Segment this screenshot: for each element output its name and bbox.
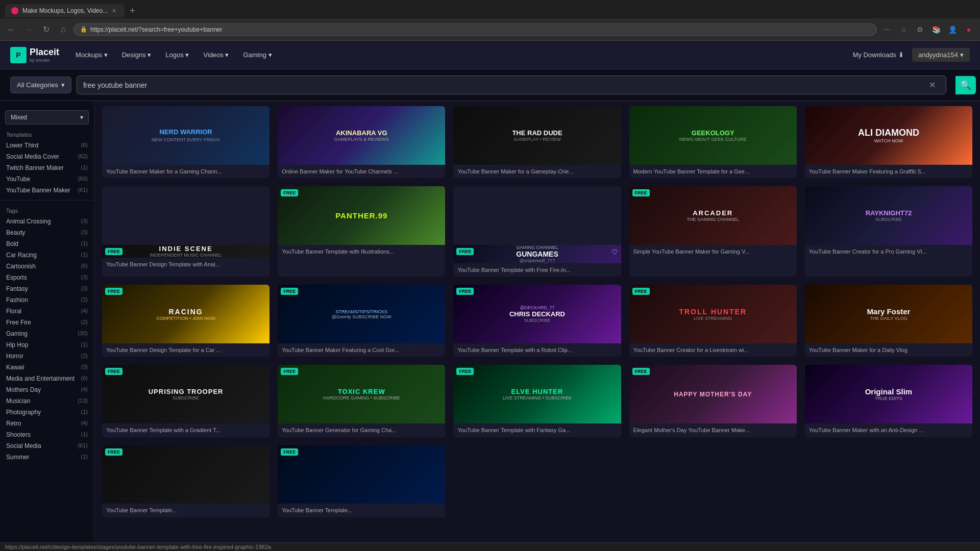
card-9[interactable]: FREE ARCADER THE GAMING CHANNEL Simple Y… — [629, 186, 797, 277]
sort-select[interactable]: Mixed ▾ — [5, 110, 89, 124]
bookmark-button[interactable]: 📚 — [929, 22, 943, 37]
card-18[interactable]: FREE ELVE HUNTER LIVE STREAMING • SUBSCR… — [453, 365, 621, 437]
card-7[interactable]: FREE PANTHER.99 YouTube Banner Template … — [278, 186, 445, 277]
sidebar-item-summer[interactable]: Summer(1) — [0, 452, 94, 463]
card-12-title: YouTube Banner Maker Featuring a Cool Go… — [278, 343, 445, 357]
card-4[interactable]: GEEKOLOGY NEWS ABOUT GEEK CULTURE Modern… — [629, 106, 797, 178]
card-15[interactable]: Mary Foster THE DAILY VLOG YouTube Banne… — [805, 285, 972, 357]
sidebar-item-youtube[interactable]: YouTube(60) — [0, 173, 94, 185]
sidebar-item-youtube-banner-maker[interactable]: YouTube Banner Maker(61) — [0, 185, 94, 196]
card-8[interactable]: FREE ♡ GAMING CHANNEL GUNGAMES @sniperwo… — [453, 186, 621, 277]
address-bar[interactable]: 🔒 https://placeit.net/?search=free+youtu… — [74, 23, 877, 36]
home-button[interactable]: ⌂ — [56, 22, 70, 37]
favorites-button[interactable]: ☆ — [896, 22, 911, 37]
extensions-button[interactable]: ⋯ — [880, 22, 894, 37]
sidebar-item-gaming[interactable]: Gaming(30) — [0, 328, 94, 339]
card-9-image: FREE ARCADER THE GAMING CHANNEL — [629, 186, 797, 245]
sidebar-item-retro[interactable]: Retro(4) — [0, 418, 94, 429]
sidebar-item-media-entertainment[interactable]: Media and Entertainment(6) — [0, 373, 94, 384]
card-5-title: YouTube Banner Maker Featuring a Graffit… — [805, 165, 972, 178]
sidebar-item-beauty[interactable]: Beauty(3) — [0, 227, 94, 238]
card-2[interactable]: AKINABARA VG GAMEPLAYS & REVIEWS Online … — [278, 106, 445, 178]
sidebar-item-animal-crossing[interactable]: Animal Crossing(3) — [0, 216, 94, 227]
card-6[interactable]: FREE INDIE SCENE INDEPENDENT MUSIC CHANN… — [102, 186, 270, 277]
lastpass-icon[interactable]: ● — [962, 22, 976, 37]
card-13[interactable]: FREE @DECKARD_77 CHRIS DECKARD SUBSCRIBE… — [453, 285, 621, 357]
free-badge-12: FREE — [281, 288, 298, 295]
card-21[interactable]: FREE YouTube Banner Template... — [102, 445, 270, 517]
settings-button[interactable]: ⚙ — [913, 22, 927, 37]
card-11-image: FREE RACING COMPETITION • JOIN NOW — [102, 285, 270, 343]
sidebar-item-social-media[interactable]: Social Media(61) — [0, 440, 94, 452]
search-button[interactable]: 🔍 — [955, 76, 976, 94]
sidebar-item-twitch-banner[interactable]: Twitch Banner Maker(1) — [0, 162, 94, 173]
sidebar-item-photography[interactable]: Photography(1) — [0, 407, 94, 418]
sidebar-item-kawaii[interactable]: Kawaii(3) — [0, 362, 94, 373]
search-clear-button[interactable]: ✕ — [929, 80, 936, 90]
browser-tab[interactable]: Make Mockups, Logos, Video... ✕ — [5, 4, 125, 17]
sidebar-item-floral[interactable]: Floral(4) — [0, 306, 94, 317]
sidebar-item-lower-third[interactable]: Lower Third(6) — [0, 140, 94, 151]
card-20[interactable]: Original Slim TRUE EDITS YouTube Banner … — [805, 365, 972, 437]
back-button[interactable]: ← — [4, 22, 18, 37]
sidebar-item-esports[interactable]: Esports(3) — [0, 272, 94, 283]
card-5[interactable]: ALI DIAMOND WATCH NOW YouTube Banner Mak… — [805, 106, 972, 178]
tab-label: Make Mockups, Logos, Video... — [22, 7, 108, 14]
tags-section: Tags Animal Crossing(3) Beauty(3) Bold(1… — [0, 206, 94, 463]
card-21-title: YouTube Banner Template... — [102, 504, 270, 517]
card-8-heart[interactable]: ♡ — [611, 248, 618, 256]
sidebar-item-fashion[interactable]: Fashion(2) — [0, 294, 94, 306]
card-19[interactable]: FREE HAPPY MOTHER'S DAY Elegant Mother's… — [629, 365, 797, 437]
templates-section: Templates Lower Third(6) Social Media Co… — [0, 130, 94, 196]
card-12[interactable]: FREE STREAMS/TIPS/TRICKS @Gremly SUBSCRI… — [278, 285, 445, 357]
category-select[interactable]: All Categories ▾ — [10, 77, 71, 93]
new-tab-button[interactable]: + — [125, 6, 140, 16]
logo[interactable]: P Placeit by envato — [10, 47, 59, 63]
main-nav: Mockups ▾ Designs ▾ Logos ▾ Videos ▾ Gam… — [69, 47, 278, 63]
logo-icon: P — [10, 47, 27, 63]
free-badge-18: FREE — [456, 368, 474, 375]
sidebar-item-social-media-cover[interactable]: Social Media Cover(62) — [0, 151, 94, 162]
tab-close-button[interactable]: ✕ — [112, 8, 116, 14]
card-16[interactable]: FREE UPRISING TROOPER SUBSCRIBE YouTube … — [102, 365, 270, 437]
sidebar-item-free-fire[interactable]: Free Fire(2) — [0, 317, 94, 328]
card-1[interactable]: NERD WARRIOR NEW CONTENT EVERY FRIDAY Yo… — [102, 106, 270, 178]
card-19-image: FREE HAPPY MOTHER'S DAY — [629, 365, 797, 423]
sidebar-item-car-racing[interactable]: Car Racing(1) — [0, 249, 94, 261]
sidebar-item-fantasy[interactable]: Fantasy(3) — [0, 283, 94, 294]
card-3[interactable]: THE RAD DUDE GAMEPLAY • REVIEW YouTube B… — [453, 106, 621, 178]
profile-button[interactable]: 👤 — [945, 22, 960, 37]
card-18-image: FREE ELVE HUNTER LIVE STREAMING • SUBSCR… — [453, 365, 621, 423]
browser-chrome: Make Mockups, Logos, Video... ✕ + ← → ↻ … — [0, 0, 980, 41]
sidebar-item-bold[interactable]: Bold(1) — [0, 238, 94, 249]
card-7-title: YouTube Banner Template with Illustratio… — [278, 245, 445, 258]
sidebar-item-horror[interactable]: Horror(2) — [0, 350, 94, 362]
search-input[interactable] — [83, 81, 929, 89]
header-right: My Downloads ⬇ andyydna154 ▾ — [853, 48, 970, 62]
nav-gaming[interactable]: Gaming ▾ — [237, 47, 278, 63]
sidebar-item-hip-hop[interactable]: Hip Hop(1) — [0, 339, 94, 350]
forward-button[interactable]: → — [21, 22, 36, 37]
nav-designs[interactable]: Designs ▾ — [116, 47, 158, 63]
tab-bar: Make Mockups, Logos, Video... ✕ + — [0, 0, 980, 18]
free-badge-16: FREE — [105, 368, 122, 375]
sidebar-item-shooters[interactable]: Shooters(1) — [0, 429, 94, 440]
refresh-button[interactable]: ↻ — [39, 22, 53, 37]
status-url: https://placeit.net/c/design-templates/s… — [5, 544, 271, 550]
card-10[interactable]: RAYKNIGHT72 SUBSCRIBE YouTube Banner Cre… — [805, 186, 972, 277]
card-22[interactable]: FREE YouTube Banner Template... — [278, 445, 445, 517]
card-17[interactable]: FREE TOXIC KREW HARDCORE GAMING • SUBSCR… — [278, 365, 445, 437]
nav-mockups[interactable]: Mockups ▾ — [69, 47, 114, 63]
sidebar-item-cartoonish[interactable]: Cartoonish(6) — [0, 261, 94, 272]
card-3-title: YouTube Banner Maker for a Gameplay-Orie… — [453, 165, 621, 178]
user-menu-button[interactable]: andyydna154 ▾ — [912, 48, 970, 62]
card-13-image: FREE @DECKARD_77 CHRIS DECKARD SUBSCRIBE — [453, 285, 621, 343]
my-downloads-link[interactable]: My Downloads ⬇ — [853, 51, 904, 59]
sidebar-item-mothers-day[interactable]: Mothers Day(4) — [0, 384, 94, 395]
sidebar-item-musician[interactable]: Musician(13) — [0, 395, 94, 407]
nav-videos[interactable]: Videos ▾ — [197, 47, 235, 63]
card-14[interactable]: FREE TROLL HUNTER LIVE STREAMING YouTube… — [629, 285, 797, 357]
card-11[interactable]: FREE RACING COMPETITION • JOIN NOW YouTu… — [102, 285, 270, 357]
card-15-title: YouTube Banner Maker for a Daily Vlog — [805, 343, 972, 357]
nav-logos[interactable]: Logos ▾ — [159, 47, 195, 63]
